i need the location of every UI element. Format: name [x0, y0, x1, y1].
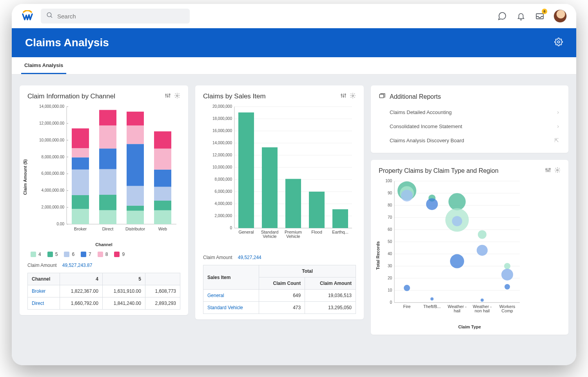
- channel-table: Channel 4 5 Broker1,822,367.001,631,910.…: [27, 273, 180, 310]
- svg-text:14,000,000: 14,000,000: [212, 141, 232, 145]
- svg-rect-30: [72, 170, 89, 195]
- svg-point-153: [504, 263, 510, 269]
- svg-text:30: 30: [388, 264, 392, 268]
- svg-text:16,000,000: 16,000,000: [212, 129, 232, 133]
- svg-text:2,000,000: 2,000,000: [215, 214, 232, 218]
- page-title: Claims Analysis: [25, 36, 109, 49]
- svg-text:10: 10: [388, 288, 392, 292]
- svg-rect-45: [127, 144, 144, 186]
- related-icon: [379, 92, 386, 101]
- svg-text:50: 50: [388, 239, 392, 244]
- svg-text:Web: Web: [158, 227, 167, 231]
- gear-icon[interactable]: [554, 167, 561, 175]
- bar-chart[interactable]: 02,000,0004,000,0006,000,0008,000,00010,…: [203, 103, 356, 248]
- chevron-right-icon: ›: [557, 109, 559, 115]
- svg-rect-52: [154, 170, 171, 187]
- svg-point-4: [165, 94, 167, 96]
- svg-rect-51: [154, 187, 171, 201]
- svg-text:10,000,000.00: 10,000,000.00: [39, 138, 64, 142]
- svg-rect-95: [309, 192, 325, 228]
- stacked-bar-chart[interactable]: 0.002,000,000.004,000,000.006,000,000.00…: [27, 103, 180, 240]
- table-row: Standard Vehicle47313,295,050: [203, 302, 356, 314]
- svg-point-142: [404, 285, 410, 291]
- svg-point-59: [343, 96, 344, 97]
- svg-text:Comp: Comp: [501, 308, 513, 313]
- filter-icon[interactable]: [340, 92, 347, 100]
- svg-text:0.00: 0.00: [57, 222, 65, 226]
- svg-text:General: General: [238, 230, 254, 234]
- svg-rect-31: [72, 158, 89, 170]
- svg-text:Theft/B...: Theft/B...: [423, 304, 441, 309]
- tab-claims-analysis[interactable]: Claims Analysis: [21, 58, 66, 74]
- svg-text:80: 80: [388, 203, 392, 207]
- workday-logo[interactable]: [21, 10, 34, 22]
- avatar[interactable]: [554, 9, 567, 23]
- svg-text:6,000,000: 6,000,000: [215, 189, 232, 194]
- svg-rect-40: [99, 110, 116, 126]
- card-additional-reports: Additional Reports Claims Detailed Accou…: [371, 85, 568, 153]
- svg-point-2: [557, 41, 560, 43]
- chart-legend: 456789: [27, 252, 180, 257]
- card-title: Claim Information by Channel: [27, 92, 115, 100]
- svg-text:Broker: Broker: [74, 227, 87, 231]
- legend-item: 6: [64, 252, 74, 257]
- svg-text:0: 0: [230, 226, 232, 230]
- report-item[interactable]: Claims Analysis Discovery Board⇱: [379, 133, 561, 147]
- search-box[interactable]: [41, 9, 190, 24]
- svg-rect-99: [379, 94, 384, 98]
- card-property-claims: Property Claims by Claim Type and Region…: [371, 160, 568, 335]
- inbox-icon[interactable]: 6: [535, 11, 545, 21]
- svg-text:4,000,000: 4,000,000: [215, 201, 232, 206]
- bubble-chart[interactable]: 0102030405060708090100FireTheft/B...Weat…: [379, 177, 524, 322]
- svg-rect-97: [332, 209, 348, 228]
- legend-item: 8: [98, 252, 108, 257]
- sum-label: Claim Amount: [203, 255, 232, 260]
- svg-rect-46: [127, 125, 144, 144]
- svg-rect-87: [238, 112, 254, 228]
- svg-text:12,000,000.00: 12,000,000.00: [39, 121, 64, 125]
- svg-point-8: [169, 94, 170, 95]
- svg-rect-37: [99, 169, 116, 195]
- svg-rect-33: [72, 129, 89, 148]
- svg-text:Vehicle: Vehicle: [286, 234, 300, 239]
- svg-rect-32: [72, 148, 89, 158]
- svg-point-103: [548, 170, 549, 172]
- chevron-right-icon: ›: [557, 123, 559, 129]
- svg-text:2,000,000.00: 2,000,000.00: [42, 205, 65, 209]
- svg-point-61: [345, 94, 346, 95]
- x-axis-label: Claim Type: [379, 324, 561, 329]
- gear-icon[interactable]: [174, 92, 180, 100]
- bell-icon[interactable]: [516, 11, 526, 21]
- svg-text:90: 90: [388, 191, 392, 195]
- svg-point-148: [452, 216, 462, 226]
- svg-point-145: [430, 297, 434, 301]
- chat-icon[interactable]: [497, 11, 507, 21]
- svg-text:0: 0: [390, 300, 392, 304]
- svg-text:Fire: Fire: [403, 304, 411, 309]
- svg-rect-49: [154, 210, 171, 224]
- card-title: Property Claims by Claim Type and Region: [379, 167, 499, 174]
- svg-text:12,000,000: 12,000,000: [212, 153, 232, 157]
- filter-icon[interactable]: [165, 92, 171, 100]
- legend-item: 5: [47, 252, 58, 257]
- y-axis-label: Total Records: [376, 241, 380, 270]
- gear-icon[interactable]: [350, 92, 356, 100]
- svg-point-0: [47, 13, 51, 17]
- legend-item: 9: [114, 252, 125, 257]
- card-title: Claims by Sales Item: [203, 92, 266, 100]
- report-item[interactable]: Consolidated Income Statement›: [379, 119, 561, 133]
- svg-rect-28: [72, 209, 89, 224]
- svg-text:non hail: non hail: [475, 308, 490, 313]
- svg-point-62: [352, 95, 354, 96]
- svg-text:hail: hail: [454, 308, 460, 313]
- svg-point-151: [477, 245, 488, 256]
- svg-text:Flood: Flood: [311, 230, 322, 234]
- search-input[interactable]: [57, 13, 184, 20]
- report-item[interactable]: Claims Detailed Accounting›: [379, 105, 561, 119]
- svg-point-141: [401, 190, 413, 201]
- svg-rect-54: [154, 131, 171, 149]
- svg-text:6,000,000.00: 6,000,000.00: [42, 171, 65, 176]
- gear-icon[interactable]: [554, 38, 563, 48]
- filter-icon[interactable]: [545, 167, 551, 175]
- external-icon: ⇱: [554, 137, 559, 143]
